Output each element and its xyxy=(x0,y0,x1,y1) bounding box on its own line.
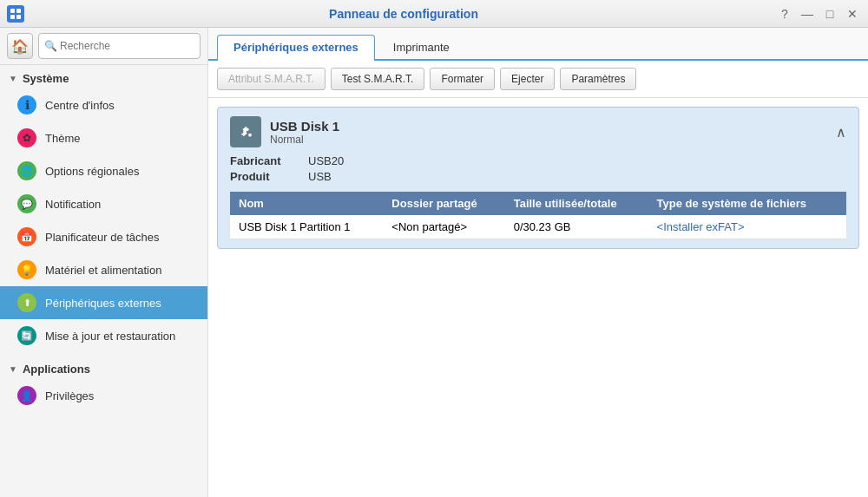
close-button[interactable]: ✕ xyxy=(844,5,861,23)
app-icon-svg xyxy=(10,8,22,20)
device-name: USB Disk 1 xyxy=(270,119,339,134)
titlebar: Panneau de configuration ? — □ ✕ xyxy=(0,0,868,28)
privileges-icon: 👤 xyxy=(17,386,36,405)
test-smart-button[interactable]: Test S.M.A.R.T. xyxy=(331,68,425,90)
tab-label-imprimante: Imprimante xyxy=(393,41,450,54)
collapse-button[interactable]: ∧ xyxy=(836,124,846,141)
titlebar-left xyxy=(7,5,31,23)
sidebar-label-planificateur: Planificateur de tâches xyxy=(45,231,160,244)
partition-type[interactable]: <Installer exFAT> xyxy=(648,215,846,239)
sidebar-label-theme: Thème xyxy=(45,132,80,145)
maximize-button[interactable]: □ xyxy=(821,5,838,23)
partition-dossier: <Non partagé> xyxy=(383,215,504,239)
tab-imprimante[interactable]: Imprimante xyxy=(377,35,466,59)
window-title: Panneau de configuration xyxy=(31,7,776,21)
table-header-row: Nom Dossier partagé Taille utilisée/tota… xyxy=(230,192,846,215)
sidebar-top: 🏠 🔍 xyxy=(0,28,207,65)
product-value: USB xyxy=(308,170,332,183)
sidebar-label-centre-infos: Centre d'infos xyxy=(45,99,115,112)
minimize-button[interactable]: — xyxy=(799,5,816,23)
device-panel: USB Disk 1 Normal ∧ Fabricant USB20 Prod… xyxy=(217,107,859,249)
options-regionales-icon: 🌐 xyxy=(17,161,36,180)
tab-peripheriques-externes[interactable]: Périphériques externes xyxy=(217,35,375,61)
sidebar-label-peripheriques: Périphériques externes xyxy=(45,297,161,310)
table-row: USB Disk 1 Partition 1 <Non partagé> 0/3… xyxy=(230,215,846,239)
col-nom: Nom xyxy=(230,192,383,215)
peripheriques-icon: ⬆ xyxy=(17,293,36,312)
formater-label: Formater xyxy=(441,73,483,85)
product-label: Produit xyxy=(230,170,308,183)
device-header-left: USB Disk 1 Normal xyxy=(230,116,339,147)
sidebar-item-mise-a-jour[interactable]: 🔄 Mise à jour et restauration xyxy=(0,319,207,352)
col-dossier: Dossier partagé xyxy=(383,192,504,215)
ejecter-label: Ejecter xyxy=(511,73,543,85)
sidebar-item-materiel[interactable]: 💡 Matériel et alimentation xyxy=(0,253,207,286)
search-icon: 🔍 xyxy=(44,40,57,52)
partition-nom: USB Disk 1 Partition 1 xyxy=(230,215,383,239)
app-icon xyxy=(7,5,24,23)
parametres-label: Paramètres xyxy=(571,73,625,85)
sidebar-item-planificateur[interactable]: 📅 Planificateur de tâches xyxy=(0,220,207,253)
system-section-label: Système xyxy=(23,72,69,85)
toolbar: Attribut S.M.A.R.T. Test S.M.A.R.T. Form… xyxy=(208,61,868,98)
tab-bar: Périphériques externes Imprimante xyxy=(208,28,868,61)
sidebar-item-options-regionales[interactable]: 🌐 Options régionales xyxy=(0,154,207,187)
usb-icon xyxy=(230,116,261,147)
search-input[interactable] xyxy=(38,33,201,59)
materiel-icon: 💡 xyxy=(17,260,36,279)
sidebar-label-mise-a-jour: Mise à jour et restauration xyxy=(45,330,175,343)
svg-rect-3 xyxy=(16,15,21,19)
mise-a-jour-icon: 🔄 xyxy=(17,326,36,345)
manufacturer-row: Fabricant USB20 xyxy=(230,154,846,167)
notification-icon: 💬 xyxy=(17,194,36,213)
device-info: Fabricant USB20 Produit USB xyxy=(230,154,846,183)
ejecter-button[interactable]: Ejecter xyxy=(500,68,555,90)
col-type: Type de système de fichiers xyxy=(648,192,846,215)
product-row: Produit USB xyxy=(230,170,846,183)
centre-infos-icon: ℹ xyxy=(17,95,36,114)
system-arrow: ▼ xyxy=(9,74,17,83)
applications-section-header[interactable]: ▼ Applications xyxy=(0,356,207,379)
home-button[interactable]: 🏠 xyxy=(7,33,33,59)
tab-label-peripheriques: Périphériques externes xyxy=(233,41,358,54)
planificateur-icon: 📅 xyxy=(17,227,36,246)
col-taille: Taille utilisée/totale xyxy=(505,192,648,215)
system-section-header[interactable]: ▼ Système xyxy=(0,65,207,88)
main-layout: 🏠 🔍 ▼ Système ℹ Centre d'infos ✿ Thème 🌐… xyxy=(0,28,868,497)
search-wrapper: 🔍 xyxy=(38,33,201,59)
content-area: Périphériques externes Imprimante Attrib… xyxy=(208,28,868,497)
sidebar-item-privileges[interactable]: 👤 Privilèges xyxy=(0,379,207,412)
sidebar-label-materiel: Matériel et alimentation xyxy=(45,264,161,277)
partition-taille: 0/30.23 GB xyxy=(505,215,648,239)
sidebar-label-privileges: Privilèges xyxy=(45,389,94,402)
sidebar-item-peripheriques[interactable]: ⬆ Périphériques externes xyxy=(0,286,207,319)
device-header: USB Disk 1 Normal ∧ xyxy=(230,116,846,147)
sidebar-item-notification[interactable]: 💬 Notification xyxy=(0,187,207,220)
svg-rect-0 xyxy=(10,9,15,13)
attribut-smart-label: Attribut S.M.A.R.T. xyxy=(228,73,314,85)
theme-icon: ✿ xyxy=(17,128,36,147)
window-controls[interactable]: ? — □ ✕ xyxy=(776,5,861,23)
formater-button[interactable]: Formater xyxy=(430,68,495,90)
help-button[interactable]: ? xyxy=(776,5,793,23)
device-title-group: USB Disk 1 Normal xyxy=(270,119,339,146)
sidebar-item-theme[interactable]: ✿ Thème xyxy=(0,121,207,154)
partition-table: Nom Dossier partagé Taille utilisée/tota… xyxy=(230,192,846,239)
device-status: Normal xyxy=(270,134,339,146)
applications-arrow: ▼ xyxy=(9,364,17,374)
usb-svg xyxy=(236,122,255,141)
parametres-button[interactable]: Paramètres xyxy=(560,68,636,90)
sidebar: 🏠 🔍 ▼ Système ℹ Centre d'infos ✿ Thème 🌐… xyxy=(0,28,208,497)
manufacturer-value: USB20 xyxy=(308,154,344,167)
manufacturer-label: Fabricant xyxy=(230,154,308,167)
test-smart-label: Test S.M.A.R.T. xyxy=(342,73,414,85)
sidebar-label-notification: Notification xyxy=(45,198,101,211)
svg-rect-1 xyxy=(16,9,21,13)
svg-rect-2 xyxy=(10,15,15,19)
applications-section-label: Applications xyxy=(23,363,90,376)
install-exfat-link[interactable]: <Installer exFAT> xyxy=(657,220,745,233)
sidebar-item-centre-infos[interactable]: ℹ Centre d'infos xyxy=(0,88,207,121)
attribut-smart-button[interactable]: Attribut S.M.A.R.T. xyxy=(217,68,326,90)
sidebar-label-options-regionales: Options régionales xyxy=(45,165,139,178)
